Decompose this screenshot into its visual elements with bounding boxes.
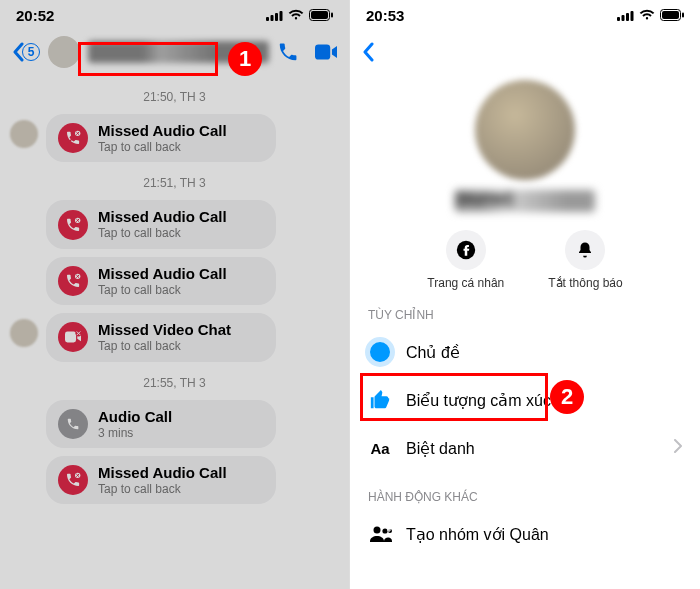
row-label: Biệt danh (406, 439, 475, 458)
back-button[interactable]: 5 (12, 42, 40, 62)
back-button[interactable] (362, 42, 374, 62)
profile-header (350, 30, 700, 74)
call-entry[interactable]: Audio Call 3 mins (0, 396, 349, 452)
back-unread-badge: 5 (22, 43, 40, 61)
svg-rect-15 (617, 17, 620, 21)
profile-avatar[interactable] (475, 80, 575, 180)
chat-body[interactable]: 21:50, TH 3 Missed Audio Call Tap to cal… (0, 74, 349, 514)
bell-icon (565, 230, 605, 270)
svg-rect-5 (311, 11, 328, 19)
missed-audio-icon (58, 465, 88, 495)
missed-video-icon (58, 322, 88, 352)
profile-action-label: Tắt thông báo (548, 276, 622, 290)
signal-icon (617, 10, 634, 21)
signal-icon (266, 10, 283, 21)
svg-rect-17 (626, 13, 629, 21)
row-theme[interactable]: Chủ đề (350, 328, 700, 376)
svg-point-24 (382, 528, 387, 533)
call-title: Missed Audio Call (98, 208, 227, 226)
chevron-right-icon (674, 439, 682, 457)
annotation-marker-2: 2 (550, 380, 584, 414)
svg-rect-1 (271, 15, 274, 21)
svg-rect-7 (315, 44, 330, 59)
call-title: Missed Audio Call (98, 464, 227, 482)
status-indicators (266, 9, 333, 21)
status-time: 20:52 (16, 7, 54, 24)
section-customize-label: TÙY CHỈNH (350, 290, 700, 328)
call-title: Missed Audio Call (98, 122, 227, 140)
audio-call-icon (58, 409, 88, 439)
theme-icon (368, 340, 392, 364)
svg-rect-6 (331, 13, 333, 18)
row-label: Tạo nhóm với Quân (406, 525, 549, 544)
time-divider: 21:50, TH 3 (0, 90, 349, 104)
svg-rect-2 (275, 13, 278, 21)
profile-action-page[interactable]: Trang cá nhân (427, 230, 504, 290)
annotation-marker-1: 1 (228, 42, 262, 76)
call-subtitle: 3 mins (98, 426, 172, 440)
call-title: Missed Audio Call (98, 265, 227, 283)
annotation-box-1 (78, 42, 218, 76)
profile-screen: 20:53 [blurred] Trang cá nhân (350, 0, 700, 589)
row-label: Chủ đề (406, 343, 460, 362)
svg-point-23 (374, 527, 381, 534)
status-bar: 20:53 (350, 0, 700, 30)
missed-audio-icon (58, 210, 88, 240)
call-entry[interactable]: Missed Audio Call Tap to call back (0, 452, 349, 508)
time-divider: 21:51, TH 3 (0, 176, 349, 190)
sender-avatar (10, 120, 38, 148)
call-title: Missed Video Chat (98, 321, 231, 339)
row-nickname[interactable]: Aa Biệt danh (350, 424, 700, 472)
annotation-box-2 (360, 373, 548, 421)
call-subtitle: Tap to call back (98, 283, 227, 297)
status-indicators (617, 9, 684, 21)
missed-audio-icon (58, 123, 88, 153)
wifi-icon (288, 9, 304, 21)
battery-icon (309, 9, 333, 21)
call-title: Audio Call (98, 408, 172, 426)
profile-body: [blurred] Trang cá nhân Tắt thông báo TÙ… (350, 74, 700, 558)
svg-rect-21 (682, 13, 684, 18)
missed-audio-icon (58, 266, 88, 296)
status-time: 20:53 (366, 7, 404, 24)
profile-action-mute[interactable]: Tắt thông báo (548, 230, 622, 290)
svg-rect-27 (387, 530, 391, 531)
call-entry[interactable]: Missed Audio Call Tap to call back (0, 110, 349, 166)
call-subtitle: Tap to call back (98, 140, 227, 154)
svg-rect-16 (622, 15, 625, 21)
row-create-group[interactable]: Tạo nhóm với Quân (350, 510, 700, 558)
facebook-icon (446, 230, 486, 270)
status-bar: 20:52 (0, 0, 349, 30)
call-subtitle: Tap to call back (98, 482, 227, 496)
sender-avatar (10, 319, 38, 347)
svg-rect-20 (662, 11, 679, 19)
svg-rect-12 (65, 332, 76, 343)
video-call-icon[interactable] (315, 41, 337, 63)
call-subtitle: Tap to call back (98, 339, 231, 353)
svg-rect-3 (280, 11, 283, 21)
time-divider: 21:55, TH 3 (0, 376, 349, 390)
chat-screen: 20:52 5 [blurred] 21:50, TH 3 (0, 0, 350, 589)
text-icon: Aa (368, 436, 392, 460)
call-entry[interactable]: Missed Video Chat Tap to call back (0, 309, 349, 365)
profile-actions: Trang cá nhân Tắt thông báo (427, 230, 622, 290)
svg-rect-0 (266, 17, 269, 21)
wifi-icon (639, 9, 655, 21)
audio-call-icon[interactable] (277, 41, 299, 63)
contact-avatar[interactable] (48, 36, 80, 68)
group-icon (368, 522, 392, 546)
battery-icon (660, 9, 684, 21)
profile-action-label: Trang cá nhân (427, 276, 504, 290)
call-entry[interactable]: Missed Audio Call Tap to call back (0, 253, 349, 309)
call-entry[interactable]: Missed Audio Call Tap to call back (0, 196, 349, 252)
call-subtitle: Tap to call back (98, 226, 227, 240)
section-other-label: HÀNH ĐỘNG KHÁC (350, 472, 700, 510)
svg-rect-18 (631, 11, 634, 21)
chevron-left-icon (362, 42, 374, 62)
profile-name: [blurred] (455, 190, 595, 212)
